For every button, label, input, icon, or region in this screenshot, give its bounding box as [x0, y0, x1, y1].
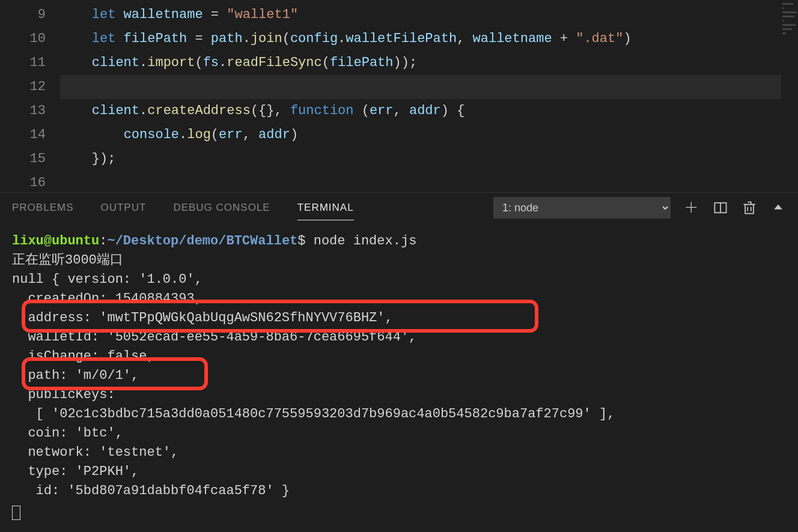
terminal-line: path: 'm/0/1',: [12, 366, 786, 385]
terminal-line: lixu@ubuntu:~/Desktop/demo/BTCWallet$ no…: [12, 232, 786, 251]
bottom-panel: PROBLEMS OUTPUT DEBUG CONSOLE TERMINAL 1…: [0, 192, 798, 532]
code-line: console.log(err, addr): [60, 123, 781, 147]
terminal-line: createdOn: 1540884393,: [12, 289, 786, 309]
code-line: [60, 75, 781, 99]
terminal-line: walletId: '5052ecad-ee55-4a59-8ba6-7cea6…: [12, 328, 786, 347]
prompt-user: lixu@ubuntu: [12, 234, 99, 249]
terminal-line: type: 'P2PKH',: [12, 462, 786, 482]
terminal-line: 正在监听3000端口: [12, 251, 786, 270]
tab-debug-console[interactable]: DEBUG CONSOLE: [173, 196, 270, 220]
terminal-line: coin: 'btc',: [12, 424, 786, 443]
line-number-gutter: 9 10 11 12 13 14 15 16: [0, 0, 60, 192]
code-line: });: [60, 147, 781, 171]
terminal-selector[interactable]: 1: node: [493, 197, 671, 219]
minimap[interactable]: [781, 0, 798, 192]
terminal-cursor: [12, 506, 20, 520]
maximize-panel-icon[interactable]: [770, 200, 786, 216]
line-number: 16: [0, 171, 60, 195]
terminal-line: isChange: false,: [12, 347, 786, 366]
terminal-line: address: 'mwtTPpQWGkQabUqgAwSN62SfhNYVV7…: [12, 309, 786, 328]
terminal-line: network: 'testnet',: [12, 443, 786, 462]
terminal-line: publicKeys:: [12, 385, 786, 405]
line-number: 12: [0, 75, 60, 99]
command-text: node index.js: [306, 234, 417, 249]
terminal-line: id: '5bd807a91dabbf04fcaa5f78' }: [12, 482, 786, 501]
terminal-cursor-line: [12, 501, 786, 520]
terminal-line: [ '02c1c3bdbc715a3dd0a051480c77559593203…: [12, 405, 786, 424]
new-terminal-icon[interactable]: [684, 200, 699, 216]
tab-output[interactable]: OUTPUT: [100, 196, 146, 220]
panel-tabs: PROBLEMS OUTPUT DEBUG CONSOLE TERMINAL 1…: [0, 193, 798, 223]
code-line: let walletname = "wallet1": [60, 3, 781, 27]
code-line: client.createAddress({}, function (err, …: [60, 99, 781, 123]
line-number: 15: [0, 147, 60, 171]
tab-problems[interactable]: PROBLEMS: [12, 196, 73, 220]
tab-terminal[interactable]: TERMINAL: [297, 196, 354, 220]
panel-actions: 1: node: [493, 197, 786, 219]
editor-area: 9 10 11 12 13 14 15 16 let walletname = …: [0, 0, 798, 192]
line-number: 13: [0, 99, 60, 123]
line-number: 11: [0, 51, 60, 75]
code-line: client.import(fs.readFileSync(filePath))…: [60, 51, 781, 75]
terminal-output[interactable]: lixu@ubuntu:~/Desktop/demo/BTCWallet$ no…: [0, 223, 798, 529]
line-number: 10: [0, 27, 60, 51]
prompt-path: ~/Desktop/demo/BTCWallet: [107, 234, 297, 249]
kill-terminal-icon[interactable]: [742, 200, 757, 216]
split-terminal-icon[interactable]: [713, 200, 728, 216]
code-line: let filePath = path.join(config.walletFi…: [60, 27, 781, 51]
code-editor[interactable]: let walletname = "wallet1" let filePath …: [60, 0, 781, 192]
line-number: 14: [0, 123, 60, 147]
terminal-line: null { version: '1.0.0',: [12, 270, 786, 289]
line-number: 9: [0, 3, 60, 27]
